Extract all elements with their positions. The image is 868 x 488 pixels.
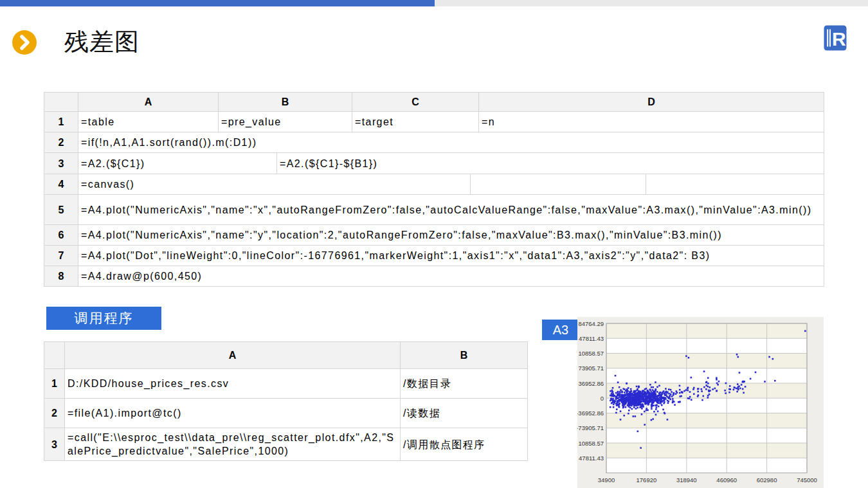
svg-text:34900: 34900 (598, 476, 615, 483)
cell-ref-badge: A3 (542, 320, 579, 340)
svg-text:84764.29: 84764.29 (578, 320, 604, 327)
column-header: A (78, 93, 219, 112)
grid-row: 1D:/KDD/house_prices_res.csv/数据目录 (44, 369, 528, 399)
svg-text:47811.43: 47811.43 (579, 455, 604, 462)
svg-text:460960: 460960 (716, 476, 737, 483)
row-header: 3 (44, 428, 65, 461)
row-header: 4 (44, 174, 78, 195)
page-title: 残差图 (64, 27, 140, 57)
grid-row: 4=canvas() (44, 174, 824, 195)
column-header: B (401, 342, 528, 369)
svg-text:10858.57: 10858.57 (578, 440, 604, 447)
column-header: A (65, 342, 401, 369)
grid-cell: =if(!n,A1,A1.sort(rand()).m(:D1)) (78, 132, 824, 153)
grid-row: 2=file(A1).import@tc()/读数据 (44, 399, 528, 428)
grid-cell: =target (352, 112, 479, 132)
call-program-grid: AB1D:/KDD/house_prices_res.csv/数据目录2=fil… (44, 341, 528, 461)
row-header: 2 (44, 399, 65, 428)
svg-text:73905.71: 73905.71 (578, 365, 604, 372)
grid-cell: =A2.(${C1}) (78, 153, 277, 174)
svg-text:36952.86: 36952.86 (578, 380, 604, 387)
grid-cell: =A4.plot("NumericAxis","name":"y","locat… (78, 225, 824, 246)
grid-row: 2=if(!n,A1,A1.sort(rand()).m(:D1)) (44, 132, 824, 153)
scatter-plot-svg: 84764.2947811.4310858.5773905.7136952.86… (577, 317, 824, 488)
row-header: 7 (44, 246, 78, 266)
grid-cell: D:/KDD/house_prices_res.csv (65, 369, 401, 399)
grid-row: 5=A4.plot("NumericAxis","name":"x","auto… (44, 195, 824, 225)
svg-text:R: R (832, 28, 846, 50)
grid-cell: =canvas() (78, 174, 471, 195)
grid-cell: /调用散点图程序 (401, 428, 528, 461)
row-header: 1 (44, 112, 78, 132)
column-header: B (219, 93, 352, 112)
grid-cell: =file(A1).import@tc() (65, 399, 401, 428)
call-program-banner: 调用程序 (46, 307, 161, 330)
grid-row: 6=A4.plot("NumericAxis","name":"y","loca… (44, 225, 824, 246)
grid-cell (471, 174, 646, 195)
grid-cell: =table (78, 112, 219, 132)
svg-text:602980: 602980 (757, 476, 777, 483)
grid-cell: /数据目录 (401, 369, 528, 399)
svg-text:0: 0 (601, 395, 604, 402)
row-header: 3 (44, 153, 78, 174)
grid-cell: =pre_value (219, 112, 352, 132)
grid-cell (646, 174, 824, 195)
svg-text:176920: 176920 (637, 476, 657, 483)
raqsoft-logo-icon: R (824, 25, 847, 51)
svg-text:-36952.86: -36952.86 (577, 410, 604, 417)
grid-cell: =A2.(${C1}-${B1}) (277, 153, 824, 174)
grid-cell: =A4.plot("NumericAxis","name":"x","autoR… (78, 195, 824, 225)
grid-cell: =A4.draw@p(600,450) (78, 266, 824, 287)
corner-cell (44, 342, 65, 369)
grid-row: 1=table=pre_value=target=n (44, 112, 824, 132)
top-gray-bar (435, 0, 868, 6)
grid-row: AB (44, 342, 528, 369)
row-header: 1 (44, 369, 65, 399)
grid-row: 7=A4.plot("Dot","lineWeight":0,"lineColo… (44, 246, 824, 266)
grid-cell: =n (479, 112, 824, 132)
row-header: 6 (44, 225, 78, 246)
row-header: 8 (44, 266, 78, 287)
svg-text:10858.57: 10858.57 (578, 350, 604, 357)
grid-row: 8=A4.draw@p(600,450) (44, 266, 824, 287)
svg-text:318940: 318940 (676, 476, 697, 483)
column-header: D (479, 93, 824, 112)
grid-row: 3=call("E:\\esproc_test\\data_pre\\reg_s… (44, 428, 528, 461)
grid-cell: =call("E:\\esproc_test\\data_pre\\reg_sc… (65, 428, 401, 461)
svg-text:745000: 745000 (797, 476, 817, 483)
svg-text:47811.43: 47811.43 (579, 335, 604, 342)
chevron-circle-icon (12, 30, 37, 55)
residual-scatter-chart: 84764.2947811.4310858.5773905.7136952.86… (577, 317, 824, 488)
grid-cell: /读数据 (401, 399, 528, 428)
column-header: C (352, 93, 479, 112)
row-header: 5 (44, 195, 78, 225)
top-accent-bar (0, 0, 435, 6)
corner-cell (44, 93, 78, 112)
svg-text:-73905.71: -73905.71 (577, 424, 604, 431)
grid-row: ABCD (44, 93, 824, 112)
grid-row: 3=A2.(${C1})=A2.(${C1}-${B1}) (44, 153, 824, 174)
row-header: 2 (44, 132, 78, 153)
spl-code-grid: ABCD1=table=pre_value=target=n2=if(!n,A1… (44, 92, 824, 287)
grid-cell: =A4.plot("Dot","lineWeight":0,"lineColor… (78, 246, 824, 266)
